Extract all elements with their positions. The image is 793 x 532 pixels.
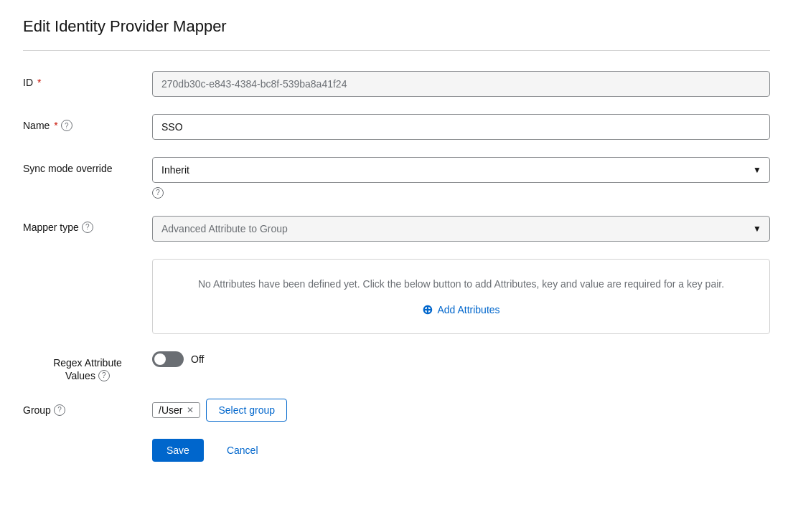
attributes-empty-text: No Attributes have been defined yet. Cli… bbox=[170, 277, 752, 292]
sync-mode-help-icon[interactable]: ? bbox=[152, 187, 164, 199]
name-required-marker: * bbox=[54, 120, 57, 131]
sync-mode-label: Sync mode override bbox=[23, 157, 152, 174]
name-help-icon[interactable]: ? bbox=[61, 120, 72, 131]
group-help-icon[interactable]: ? bbox=[54, 404, 65, 416]
group-tag-value: /User bbox=[159, 404, 182, 416]
mapper-type-row: Mapper type ? Advanced Attribute to Grou… bbox=[23, 216, 770, 242]
divider bbox=[23, 50, 770, 51]
mapper-type-wrapper: Advanced Attribute to Group ▼ bbox=[152, 216, 770, 242]
mapper-type-select[interactable]: Advanced Attribute to Group bbox=[152, 216, 770, 242]
sync-mode-select[interactable]: Inherit Force Legacy bbox=[152, 157, 770, 183]
attributes-box: No Attributes have been defined yet. Cli… bbox=[152, 259, 770, 334]
sync-mode-select-wrapper: Inherit Force Legacy ▼ bbox=[152, 157, 770, 183]
mapper-type-select-wrapper: Advanced Attribute to Group ▼ bbox=[152, 216, 770, 242]
mapper-type-label: Mapper type ? bbox=[23, 216, 152, 233]
regex-toggle[interactable] bbox=[152, 351, 184, 367]
form-container: ID * Name * ? Sync mode override bbox=[23, 71, 770, 462]
form-actions: Save Cancel bbox=[23, 439, 770, 462]
add-attributes-button[interactable]: ⊕ Add Attributes bbox=[422, 303, 499, 316]
cancel-label: Cancel bbox=[227, 445, 258, 456]
page-container: Edit Identity Provider Mapper ID * Name … bbox=[0, 0, 793, 479]
regex-row: Regex Attribute Values ? Off bbox=[23, 351, 770, 381]
attributes-content-col: No Attributes have been defined yet. Cli… bbox=[152, 259, 770, 334]
sync-mode-row: Sync mode override Inherit Force Legacy … bbox=[23, 157, 770, 199]
group-label: Group ? bbox=[23, 399, 152, 416]
add-circle-icon: ⊕ bbox=[422, 303, 433, 316]
select-group-button[interactable]: Select group bbox=[206, 399, 287, 422]
sync-mode-inner: Sync mode override Inherit Force Legacy … bbox=[23, 157, 770, 183]
regex-label-bottom: Values bbox=[65, 370, 95, 381]
regex-label: Regex Attribute Values ? bbox=[23, 351, 152, 381]
id-input bbox=[152, 71, 770, 97]
sync-mode-help-wrapper: ? bbox=[23, 186, 164, 199]
save-label: Save bbox=[166, 445, 189, 456]
add-attributes-label: Add Attributes bbox=[437, 304, 499, 315]
attributes-label-col bbox=[23, 259, 152, 265]
group-tag: /User ✕ bbox=[152, 402, 200, 418]
attributes-row: No Attributes have been defined yet. Cli… bbox=[23, 259, 770, 334]
group-input-wrapper: /User ✕ Select group bbox=[152, 399, 770, 422]
group-control-wrapper: /User ✕ Select group bbox=[152, 399, 770, 422]
regex-toggle-wrapper: Off bbox=[152, 351, 770, 367]
id-required-marker: * bbox=[37, 77, 41, 88]
sync-mode-wrapper: Inherit Force Legacy ▼ bbox=[152, 157, 770, 183]
group-tag-remove-button[interactable]: ✕ bbox=[187, 406, 194, 414]
group-row: Group ? /User ✕ Select group bbox=[23, 399, 770, 422]
name-field-row: Name * ? bbox=[23, 114, 770, 140]
regex-control-wrapper: Off bbox=[152, 351, 770, 367]
save-button[interactable]: Save bbox=[152, 439, 204, 462]
regex-label-top: Regex Attribute bbox=[53, 357, 122, 369]
name-field-wrapper bbox=[152, 114, 770, 140]
regex-toggle-slider bbox=[152, 351, 184, 367]
id-field-row: ID * bbox=[23, 71, 770, 97]
name-label: Name * ? bbox=[23, 114, 152, 131]
mapper-type-help-icon[interactable]: ? bbox=[82, 222, 93, 233]
id-label: ID * bbox=[23, 71, 152, 88]
regex-toggle-text: Off bbox=[191, 353, 204, 365]
name-input[interactable] bbox=[152, 114, 770, 140]
regex-help-icon[interactable]: ? bbox=[98, 370, 110, 381]
id-field-wrapper bbox=[152, 71, 770, 97]
cancel-button[interactable]: Cancel bbox=[215, 439, 270, 462]
select-group-label: Select group bbox=[218, 404, 275, 416]
page-title: Edit Identity Provider Mapper bbox=[23, 17, 770, 36]
